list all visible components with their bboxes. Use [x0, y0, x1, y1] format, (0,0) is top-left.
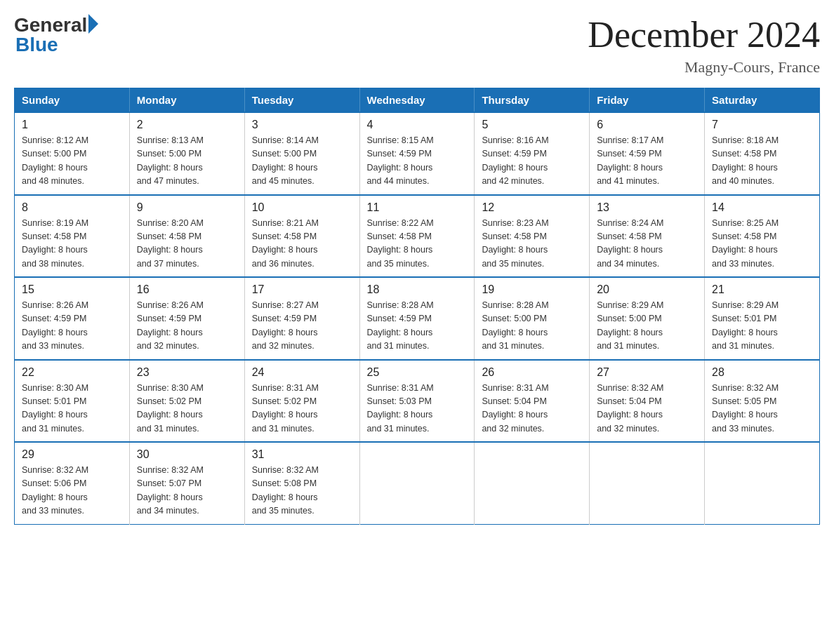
title-area: December 2024 Magny-Cours, France [588, 14, 820, 76]
day-info: Sunrise: 8:16 AMSunset: 4:59 PMDaylight:… [482, 134, 582, 189]
calendar-day-cell: 23Sunrise: 8:30 AMSunset: 5:02 PMDayligh… [129, 360, 244, 443]
day-number: 30 [137, 448, 237, 461]
day-number: 21 [712, 283, 812, 296]
day-info: Sunrise: 8:30 AMSunset: 5:02 PMDaylight:… [137, 382, 237, 436]
calendar-header-monday: Monday [129, 88, 244, 113]
day-number: 9 [137, 201, 237, 214]
day-number: 4 [367, 119, 468, 131]
calendar-week-row: 22Sunrise: 8:30 AMSunset: 5:01 PMDayligh… [15, 360, 820, 443]
subtitle: Magny-Cours, France [588, 58, 820, 76]
day-number: 29 [22, 448, 122, 461]
day-info: Sunrise: 8:25 AMSunset: 4:58 PMDaylight:… [712, 217, 812, 271]
calendar-header-wednesday: Wednesday [359, 88, 475, 113]
calendar-header-saturday: Saturday [705, 88, 820, 113]
day-info: Sunrise: 8:13 AMSunset: 5:00 PMDaylight:… [137, 134, 237, 189]
day-info: Sunrise: 8:22 AMSunset: 4:58 PMDaylight:… [367, 217, 468, 271]
day-info: Sunrise: 8:31 AMSunset: 5:03 PMDaylight:… [367, 382, 468, 436]
calendar-day-cell: 25Sunrise: 8:31 AMSunset: 5:03 PMDayligh… [359, 360, 475, 443]
calendar-week-row: 8Sunrise: 8:19 AMSunset: 4:58 PMDaylight… [15, 195, 820, 278]
day-info: Sunrise: 8:15 AMSunset: 4:59 PMDaylight:… [367, 134, 468, 189]
calendar-day-cell: 27Sunrise: 8:32 AMSunset: 5:04 PMDayligh… [590, 360, 705, 443]
day-info: Sunrise: 8:17 AMSunset: 4:59 PMDaylight:… [597, 134, 697, 189]
day-info: Sunrise: 8:29 AMSunset: 5:01 PMDaylight:… [712, 299, 812, 354]
day-number: 11 [367, 201, 468, 214]
day-info: Sunrise: 8:28 AMSunset: 4:59 PMDaylight:… [367, 299, 468, 354]
calendar-day-cell: 26Sunrise: 8:31 AMSunset: 5:04 PMDayligh… [475, 360, 590, 443]
day-number: 7 [712, 119, 812, 131]
calendar-day-cell: 30Sunrise: 8:32 AMSunset: 5:07 PMDayligh… [129, 442, 244, 524]
logo-triangle-icon [88, 14, 98, 34]
day-info: Sunrise: 8:31 AMSunset: 5:04 PMDaylight:… [482, 382, 582, 436]
calendar-day-cell: 10Sunrise: 8:21 AMSunset: 4:58 PMDayligh… [244, 195, 359, 278]
calendar-day-cell: 12Sunrise: 8:23 AMSunset: 4:58 PMDayligh… [475, 195, 590, 278]
calendar-day-cell [359, 442, 475, 524]
day-number: 17 [252, 283, 352, 296]
day-info: Sunrise: 8:23 AMSunset: 4:58 PMDaylight:… [482, 217, 582, 271]
day-number: 27 [597, 366, 697, 379]
day-info: Sunrise: 8:31 AMSunset: 5:02 PMDaylight:… [252, 382, 352, 436]
calendar-day-cell: 15Sunrise: 8:26 AMSunset: 4:59 PMDayligh… [15, 277, 130, 360]
day-number: 10 [252, 201, 352, 214]
calendar-day-cell: 1Sunrise: 8:12 AMSunset: 5:00 PMDaylight… [15, 112, 130, 195]
calendar-day-cell: 14Sunrise: 8:25 AMSunset: 4:58 PMDayligh… [705, 195, 820, 278]
day-number: 5 [482, 119, 582, 131]
day-number: 2 [137, 119, 237, 131]
calendar-week-row: 1Sunrise: 8:12 AMSunset: 5:00 PMDaylight… [15, 112, 820, 195]
calendar-day-cell: 6Sunrise: 8:17 AMSunset: 4:59 PMDaylight… [590, 112, 705, 195]
day-info: Sunrise: 8:32 AMSunset: 5:08 PMDaylight:… [252, 464, 352, 518]
day-number: 22 [22, 366, 122, 379]
calendar-day-cell: 18Sunrise: 8:28 AMSunset: 4:59 PMDayligh… [359, 277, 475, 360]
calendar-day-cell: 16Sunrise: 8:26 AMSunset: 4:59 PMDayligh… [129, 277, 244, 360]
calendar-day-cell: 21Sunrise: 8:29 AMSunset: 5:01 PMDayligh… [705, 277, 820, 360]
calendar-day-cell: 29Sunrise: 8:32 AMSunset: 5:06 PMDayligh… [15, 442, 130, 524]
day-number: 31 [252, 448, 352, 461]
calendar-day-cell: 13Sunrise: 8:24 AMSunset: 4:58 PMDayligh… [590, 195, 705, 278]
calendar-day-cell: 17Sunrise: 8:27 AMSunset: 4:59 PMDayligh… [244, 277, 359, 360]
day-number: 20 [597, 283, 697, 296]
day-info: Sunrise: 8:27 AMSunset: 4:59 PMDaylight:… [252, 299, 352, 354]
day-number: 18 [367, 283, 468, 296]
calendar-day-cell: 28Sunrise: 8:32 AMSunset: 5:05 PMDayligh… [705, 360, 820, 443]
day-number: 16 [137, 283, 237, 296]
day-number: 8 [22, 201, 122, 214]
day-info: Sunrise: 8:32 AMSunset: 5:04 PMDaylight:… [597, 382, 697, 436]
calendar-header-sunday: Sunday [15, 88, 130, 113]
calendar-day-cell [590, 442, 705, 524]
calendar-day-cell: 4Sunrise: 8:15 AMSunset: 4:59 PMDaylight… [359, 112, 475, 195]
day-info: Sunrise: 8:30 AMSunset: 5:01 PMDaylight:… [22, 382, 122, 436]
day-number: 3 [252, 119, 352, 131]
day-number: 26 [482, 366, 582, 379]
logo-blue-text: Blue [15, 34, 58, 56]
calendar-day-cell: 11Sunrise: 8:22 AMSunset: 4:58 PMDayligh… [359, 195, 475, 278]
day-info: Sunrise: 8:32 AMSunset: 5:07 PMDaylight:… [137, 464, 237, 518]
calendar-day-cell [705, 442, 820, 524]
calendar-header-friday: Friday [590, 88, 705, 113]
logo: General Blue [14, 14, 98, 56]
calendar-day-cell [475, 442, 590, 524]
page-header: General Blue December 2024 Magny-Cours, … [14, 14, 820, 76]
calendar-day-cell: 19Sunrise: 8:28 AMSunset: 5:00 PMDayligh… [475, 277, 590, 360]
day-info: Sunrise: 8:26 AMSunset: 4:59 PMDaylight:… [22, 299, 122, 354]
day-info: Sunrise: 8:28 AMSunset: 5:00 PMDaylight:… [482, 299, 582, 354]
calendar-week-row: 29Sunrise: 8:32 AMSunset: 5:06 PMDayligh… [15, 442, 820, 524]
calendar-header-tuesday: Tuesday [244, 88, 359, 113]
day-info: Sunrise: 8:18 AMSunset: 4:58 PMDaylight:… [712, 134, 812, 189]
day-info: Sunrise: 8:20 AMSunset: 4:58 PMDaylight:… [137, 217, 237, 271]
day-number: 19 [482, 283, 582, 296]
day-number: 13 [597, 201, 697, 214]
day-number: 1 [22, 119, 122, 131]
calendar-header-thursday: Thursday [475, 88, 590, 113]
page-title: December 2024 [588, 14, 820, 55]
day-info: Sunrise: 8:26 AMSunset: 4:59 PMDaylight:… [137, 299, 237, 354]
day-number: 28 [712, 366, 812, 379]
calendar-day-cell: 20Sunrise: 8:29 AMSunset: 5:00 PMDayligh… [590, 277, 705, 360]
day-info: Sunrise: 8:24 AMSunset: 4:58 PMDaylight:… [597, 217, 697, 271]
day-info: Sunrise: 8:14 AMSunset: 5:00 PMDaylight:… [252, 134, 352, 189]
calendar-day-cell: 22Sunrise: 8:30 AMSunset: 5:01 PMDayligh… [15, 360, 130, 443]
day-info: Sunrise: 8:19 AMSunset: 4:58 PMDaylight:… [22, 217, 122, 271]
day-info: Sunrise: 8:32 AMSunset: 5:05 PMDaylight:… [712, 382, 812, 436]
day-info: Sunrise: 8:21 AMSunset: 4:58 PMDaylight:… [252, 217, 352, 271]
calendar-day-cell: 24Sunrise: 8:31 AMSunset: 5:02 PMDayligh… [244, 360, 359, 443]
calendar-day-cell: 31Sunrise: 8:32 AMSunset: 5:08 PMDayligh… [244, 442, 359, 524]
day-info: Sunrise: 8:32 AMSunset: 5:06 PMDaylight:… [22, 464, 122, 518]
